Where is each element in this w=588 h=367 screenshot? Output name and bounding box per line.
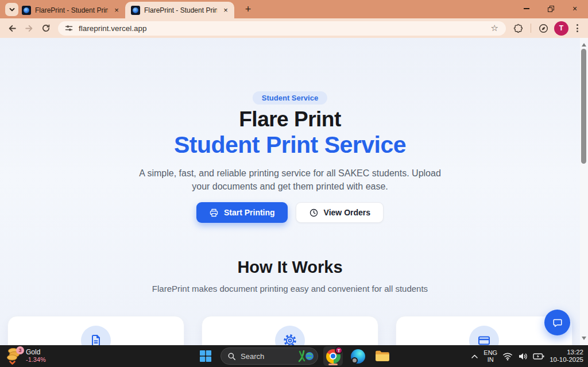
process-card xyxy=(202,316,378,345)
forward-button[interactable] xyxy=(21,21,37,36)
language-indicator[interactable]: ENG IN xyxy=(483,349,497,364)
edge-logo-icon xyxy=(351,349,365,364)
start-printing-label: Start Printing xyxy=(224,208,275,217)
tray-date: 10-10-2025 xyxy=(550,356,583,364)
performance-button[interactable] xyxy=(536,21,551,36)
widget-title: Gold xyxy=(26,349,46,356)
taskbar-file-explorer-icon[interactable] xyxy=(373,346,392,366)
system-tray: ENG IN 13:22 10-10-2025 xyxy=(471,345,583,367)
chevron-down-icon xyxy=(9,7,16,13)
tray-overflow-button[interactable] xyxy=(471,354,478,359)
bookmark-star-icon[interactable]: ☆ xyxy=(490,23,500,33)
clock[interactable]: 13:22 10-10-2025 xyxy=(550,349,583,364)
chrome-profile-badge: T xyxy=(335,346,343,354)
reload-icon xyxy=(41,24,51,33)
reload-button[interactable] xyxy=(38,21,53,36)
chat-bubble-icon xyxy=(552,317,563,329)
speaker-icon xyxy=(518,352,528,361)
hero-description: A simple, fast, and reliable printing se… xyxy=(135,167,445,193)
gold-coins-icon: 3 xyxy=(6,347,22,365)
active-app-indicator xyxy=(328,364,338,365)
widgets-button[interactable]: 3 Gold -1.34% xyxy=(6,347,46,365)
how-it-works-subtitle: FlarePrint makes document printing easy … xyxy=(0,284,580,293)
flareprint-favicon xyxy=(22,6,31,15)
tray-time: 13:22 xyxy=(550,349,583,357)
toolbar-right-cluster: T xyxy=(510,21,583,36)
new-tab-button[interactable]: + xyxy=(241,3,255,17)
scrollbar-up-arrow[interactable] xyxy=(582,41,586,47)
puzzle-icon xyxy=(513,24,523,33)
credit-card-icon-circle xyxy=(469,326,499,345)
chevron-up-icon xyxy=(471,354,478,359)
widget-change: -1.34% xyxy=(26,356,46,364)
extensions-button[interactable] xyxy=(510,21,526,36)
browser-titlebar: FlarePrint - Student Printing Service × … xyxy=(0,0,588,18)
page-viewport: Student Service Flare Print Student Prin… xyxy=(0,38,588,345)
cta-buttons: Start Printing View Orders xyxy=(0,202,580,223)
gear-icon-circle xyxy=(275,326,305,345)
window-controls: × xyxy=(514,0,587,17)
minimize-icon xyxy=(524,8,529,9)
view-orders-label: View Orders xyxy=(324,208,370,217)
credit-card-icon xyxy=(477,334,491,345)
tab-title: FlarePrint - Student Printing Service xyxy=(35,6,108,14)
widget-badge: 3 xyxy=(16,346,24,354)
toolbar-divider xyxy=(531,24,531,33)
search-highlight-image[interactable] xyxy=(296,349,315,363)
url-text[interactable]: flareprint.vercel.app xyxy=(79,24,485,33)
page-subtitle: Student Print Service xyxy=(0,132,580,159)
site-info-icon[interactable] xyxy=(64,24,74,33)
page-title: Flare Print xyxy=(0,107,580,132)
chat-fab-button[interactable] xyxy=(544,310,570,335)
battery-button[interactable] xyxy=(533,353,544,360)
taskbar-edge-icon[interactable] xyxy=(348,346,368,366)
upload-card xyxy=(7,316,184,345)
start-button[interactable] xyxy=(196,346,215,366)
energy-saver-leaf-icon xyxy=(539,24,548,33)
wifi-icon xyxy=(502,352,513,361)
folder-icon xyxy=(375,350,390,362)
tab-close-icon[interactable]: × xyxy=(221,6,230,15)
how-it-works-title: How It Works xyxy=(0,258,580,277)
search-icon xyxy=(227,352,236,361)
taskbar-center: Search T xyxy=(196,345,392,367)
tab-close-icon[interactable]: × xyxy=(112,6,121,15)
forward-arrow-icon xyxy=(24,24,34,33)
flareprint-favicon xyxy=(131,6,140,15)
address-bar[interactable]: flareprint.vercel.app ☆ xyxy=(58,21,506,36)
start-printing-button[interactable]: Start Printing xyxy=(196,202,288,223)
volume-button[interactable] xyxy=(518,352,528,361)
profile-avatar[interactable]: T xyxy=(554,21,568,36)
browser-tab-1[interactable]: FlarePrint - Student Printing Service × xyxy=(16,2,125,18)
page-scrollbar[interactable] xyxy=(580,38,588,345)
back-arrow-icon xyxy=(7,24,17,33)
view-orders-button[interactable]: View Orders xyxy=(296,202,384,223)
taskbar-chrome-icon[interactable]: T xyxy=(323,346,343,366)
tab-strip: FlarePrint - Student Printing Service × … xyxy=(16,2,234,18)
taskbar-search-box[interactable]: Search xyxy=(220,347,318,365)
search-placeholder: Search xyxy=(241,352,291,361)
printer-icon xyxy=(209,208,219,218)
browser-menu-button[interactable] xyxy=(571,21,583,36)
browser-tab-2[interactable]: FlarePrint - Student Printing Service × xyxy=(125,2,234,18)
document-icon xyxy=(89,334,103,345)
back-button[interactable] xyxy=(5,21,20,36)
windows-taskbar: 3 Gold -1.34% Search T xyxy=(0,345,588,367)
edge-profile-badge xyxy=(351,357,358,364)
scrollbar-thumb[interactable] xyxy=(581,49,586,164)
how-it-works-cards xyxy=(0,316,580,345)
restore-button[interactable] xyxy=(539,0,563,17)
scrollbar-down-arrow[interactable] xyxy=(582,337,586,342)
battery-charging-icon xyxy=(533,353,544,360)
tab-title: FlarePrint - Student Printing Service xyxy=(144,6,217,14)
document-icon-circle xyxy=(81,326,111,345)
student-service-badge: Student Service xyxy=(253,91,327,105)
browser-toolbar: flareprint.vercel.app ☆ T xyxy=(0,18,588,38)
clock-icon xyxy=(309,208,319,218)
language-line1: ENG xyxy=(483,349,497,357)
minimize-button[interactable] xyxy=(514,0,539,17)
close-button[interactable]: × xyxy=(563,0,587,17)
page-content: Student Service Flare Print Student Prin… xyxy=(0,38,580,345)
restore-icon xyxy=(548,6,554,12)
wifi-button[interactable] xyxy=(502,352,513,361)
